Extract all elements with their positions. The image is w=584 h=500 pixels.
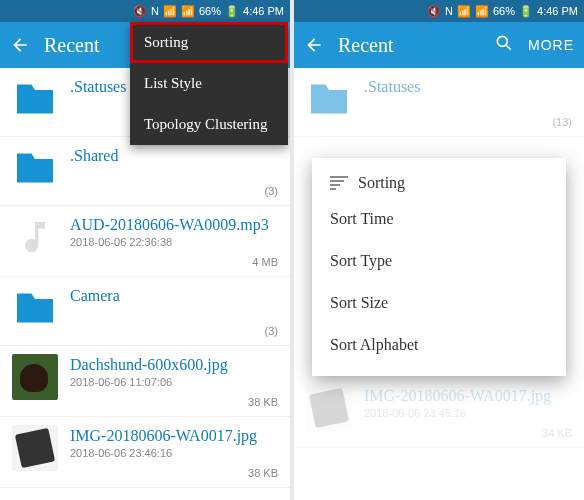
battery-icon: 🔋 — [225, 5, 239, 18]
folder-icon — [12, 145, 58, 191]
item-name: Dachshund-600x600.jpg — [70, 356, 278, 374]
menu-item-sorting[interactable]: Sorting — [130, 22, 288, 63]
sort-option-type[interactable]: Sort Type — [312, 240, 566, 282]
search-icon[interactable] — [494, 33, 514, 58]
signal-icon: 📶 — [181, 5, 195, 18]
screen-right: 🔇 N 📶 📶 66% 🔋 4:46 PM Recent MORE .Statu… — [294, 0, 584, 500]
music-icon — [12, 214, 58, 260]
battery-pct: 66% — [493, 5, 515, 17]
item-count: (13) — [552, 116, 572, 128]
more-button[interactable]: MORE — [528, 37, 574, 53]
mute-icon: 🔇 — [427, 5, 441, 18]
item-size: 38 KB — [248, 467, 278, 479]
item-name: IMG-20180606-WA0017.jpg — [70, 427, 278, 445]
status-bar: 🔇 N 📶 📶 66% 🔋 4:46 PM — [0, 0, 290, 22]
item-date: 2018-06-06 22:36:38 — [70, 236, 278, 248]
status-bar: 🔇 N 📶 📶 66% 🔋 4:46 PM — [294, 0, 584, 22]
battery-icon: 🔋 — [519, 5, 533, 18]
svg-rect-3 — [330, 180, 344, 182]
item-date: 2018-06-06 23:46:16 — [364, 407, 572, 419]
back-icon[interactable] — [304, 35, 324, 55]
svg-point-0 — [497, 36, 507, 46]
back-icon[interactable] — [10, 35, 30, 55]
image-thumbnail — [12, 354, 58, 400]
sort-option-time[interactable]: Sort Time — [312, 198, 566, 240]
list-item[interactable]: IMG-20180606-WA0017.jpg 2018-06-06 23:46… — [294, 377, 584, 448]
nfc-icon: N — [151, 5, 159, 17]
overflow-menu: Sorting List Style Topology Clustering — [130, 22, 288, 145]
sort-option-alphabet[interactable]: Sort Alphabet — [312, 324, 566, 366]
list-item[interactable]: .Statuses (13) — [294, 68, 584, 137]
battery-pct: 66% — [199, 5, 221, 17]
mute-icon: 🔇 — [133, 5, 147, 18]
svg-line-1 — [507, 45, 511, 49]
list-item[interactable]: Camera (3) — [0, 277, 290, 346]
dialog-title-text: Sorting — [358, 174, 405, 192]
item-name: IMG-20180606-WA0017.jpg — [364, 387, 572, 405]
image-thumbnail — [306, 385, 352, 431]
nfc-icon: N — [445, 5, 453, 17]
list-item[interactable]: AUD-20180606-WA0009.mp3 2018-06-06 22:36… — [0, 206, 290, 277]
item-name: AUD-20180606-WA0009.mp3 — [70, 216, 278, 234]
item-count: (3) — [265, 185, 278, 197]
item-date: 2018-06-06 11:07:06 — [70, 376, 278, 388]
dialog-title: Sorting — [312, 168, 566, 198]
page-title: Recent — [338, 34, 480, 57]
item-name: Camera — [70, 287, 278, 305]
clock: 4:46 PM — [243, 5, 284, 17]
signal-icon: 📶 — [475, 5, 489, 18]
list-item[interactable]: .Shared (3) — [0, 137, 290, 206]
menu-item-topology[interactable]: Topology Clustering — [130, 104, 288, 145]
svg-rect-2 — [330, 176, 348, 178]
item-count: (3) — [265, 325, 278, 337]
item-name: .Shared — [70, 147, 278, 165]
item-date: 2018-06-06 23:46:16 — [70, 447, 278, 459]
item-size: 4 MB — [252, 256, 278, 268]
folder-icon — [12, 285, 58, 331]
image-thumbnail — [12, 425, 58, 471]
item-size: 34 KB — [542, 427, 572, 439]
item-name: .Statuses — [364, 78, 572, 96]
screen-left: 🔇 N 📶 📶 66% 🔋 4:46 PM Recent .Statuses (… — [0, 0, 290, 500]
app-header: Recent MORE — [294, 22, 584, 68]
menu-item-list-style[interactable]: List Style — [130, 63, 288, 104]
folder-icon — [306, 76, 352, 122]
sort-option-size[interactable]: Sort Size — [312, 282, 566, 324]
folder-icon — [12, 76, 58, 122]
list-item[interactable]: Dachshund-600x600.jpg 2018-06-06 11:07:0… — [0, 346, 290, 417]
list-item[interactable]: IMG-20180606-WA0017.jpg 2018-06-06 23:46… — [0, 417, 290, 488]
wifi-icon: 📶 — [457, 5, 471, 18]
svg-rect-5 — [330, 188, 336, 190]
clock: 4:46 PM — [537, 5, 578, 17]
wifi-icon: 📶 — [163, 5, 177, 18]
item-size: 38 KB — [248, 396, 278, 408]
sort-dialog: Sorting Sort Time Sort Type Sort Size So… — [312, 158, 566, 376]
sort-icon — [330, 176, 348, 190]
svg-rect-4 — [330, 184, 340, 186]
